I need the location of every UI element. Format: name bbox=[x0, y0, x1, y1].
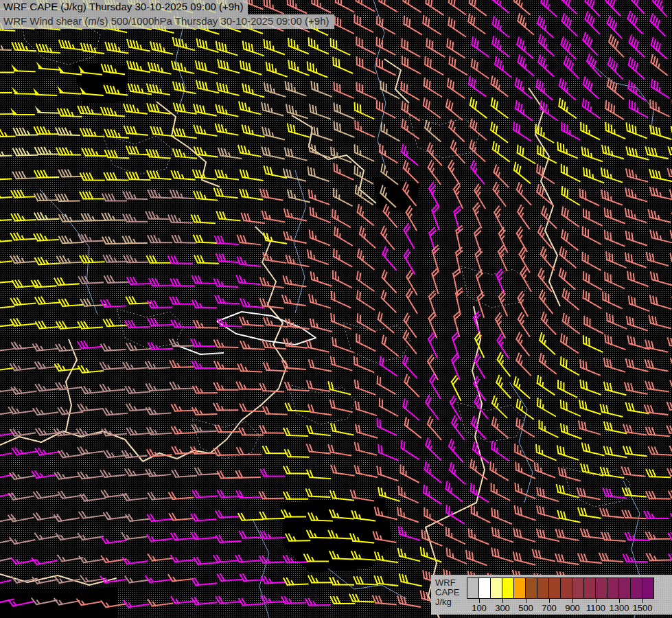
wind-barb bbox=[0, 256, 12, 263]
wind-barb bbox=[238, 514, 262, 520]
wind-barb bbox=[288, 0, 307, 13]
wind-barb bbox=[424, 508, 443, 525]
wind-barb bbox=[262, 128, 284, 140]
wind-barb bbox=[262, 147, 284, 159]
wind-barb bbox=[357, 272, 374, 291]
wind-barb bbox=[582, 147, 603, 161]
wind-barb bbox=[579, 400, 600, 414]
wind-barb bbox=[456, 288, 463, 313]
wind-barb bbox=[332, 292, 351, 308]
wind-barb bbox=[491, 508, 511, 523]
wind-barb bbox=[357, 57, 376, 73]
wind-barb bbox=[35, 148, 59, 154]
wind-barb bbox=[492, 0, 509, 12]
wind-barb bbox=[122, 533, 147, 539]
wind-barb bbox=[214, 189, 237, 198]
wind-barb bbox=[127, 277, 151, 284]
wind-barb bbox=[491, 98, 508, 118]
wind-barb bbox=[605, 0, 620, 16]
wind-barb bbox=[35, 297, 60, 304]
wind-barb bbox=[601, 533, 625, 541]
wind-barb bbox=[261, 531, 285, 538]
cape-color-scale bbox=[467, 577, 669, 599]
wind-barb bbox=[447, 548, 467, 563]
cape-legend: WRF CAPE J/kg 10030050070090011001300150… bbox=[431, 575, 672, 615]
wind-barb bbox=[561, 424, 581, 438]
wind-barb bbox=[126, 321, 150, 328]
wind-barb bbox=[127, 61, 150, 72]
wind-barb bbox=[625, 382, 647, 393]
wind-barb bbox=[100, 363, 125, 369]
wind-barb bbox=[334, 189, 352, 206]
wind-barb bbox=[473, 442, 489, 463]
wind-barb bbox=[429, 291, 436, 316]
wind-barb bbox=[56, 534, 81, 540]
wind-barb bbox=[561, 165, 580, 181]
wind-barb bbox=[402, 39, 419, 57]
wind-barb bbox=[308, 576, 332, 583]
wind-barb bbox=[79, 512, 104, 518]
wind-barb bbox=[537, 376, 555, 395]
wind-barb bbox=[518, 292, 527, 316]
wind-barb bbox=[147, 171, 170, 179]
wind-barb bbox=[170, 339, 194, 346]
wind-barb bbox=[264, 0, 283, 14]
wind-barb bbox=[38, 113, 58, 113]
wind-barb bbox=[358, 205, 373, 225]
wind-barb bbox=[54, 515, 79, 522]
wind-barb bbox=[533, 549, 555, 561]
wind-barb-map-canvas bbox=[0, 0, 672, 618]
wind-barb bbox=[215, 236, 238, 244]
wind-barb bbox=[11, 190, 35, 197]
wind-barb bbox=[170, 514, 194, 520]
wind-barb bbox=[58, 170, 82, 177]
wind-barb bbox=[173, 128, 196, 138]
wind-barb bbox=[147, 256, 171, 263]
wind-barb bbox=[286, 104, 308, 118]
wind-barb bbox=[13, 172, 37, 179]
wind-barb bbox=[214, 383, 238, 390]
wind-barb bbox=[606, 252, 625, 268]
wind-barb bbox=[476, 271, 483, 295]
wind-barb bbox=[537, 16, 553, 38]
wind-barb bbox=[470, 140, 485, 161]
wind-barb bbox=[174, 103, 196, 113]
wind-barb bbox=[649, 447, 672, 455]
wind-barb bbox=[668, 469, 672, 476]
wind-barb bbox=[259, 426, 283, 433]
wind-barb bbox=[515, 101, 533, 120]
wind-barb bbox=[518, 205, 529, 229]
wind-barb bbox=[562, 14, 577, 35]
wind-barb bbox=[192, 425, 216, 432]
wind-barb bbox=[355, 15, 373, 32]
wind-barb-pennant bbox=[57, 86, 64, 93]
wind-barb bbox=[623, 446, 647, 456]
wind-barb bbox=[331, 148, 351, 163]
wind-barb bbox=[194, 321, 218, 328]
wind-barb bbox=[426, 0, 443, 14]
wind-barb bbox=[173, 38, 194, 50]
wind-barb bbox=[380, 398, 397, 415]
wind-barb bbox=[334, 103, 354, 118]
wind-barb bbox=[426, 438, 441, 459]
wind-barb bbox=[492, 36, 509, 56]
wind-barb bbox=[194, 255, 218, 263]
wind-barb bbox=[308, 250, 328, 264]
wind-barb bbox=[124, 192, 148, 199]
wind-barb bbox=[560, 247, 576, 268]
wind-barb bbox=[263, 446, 287, 453]
wind-barb bbox=[335, 16, 354, 33]
country-border bbox=[66, 339, 77, 431]
wind-barb bbox=[0, 149, 12, 156]
wind-barb bbox=[106, 43, 128, 54]
wind-barb bbox=[78, 341, 103, 348]
wind-barb bbox=[403, 399, 419, 420]
admin-border bbox=[192, 419, 259, 459]
wind-barb bbox=[218, 574, 242, 581]
wind-barb bbox=[605, 101, 623, 119]
wind-barb bbox=[580, 190, 599, 206]
wind-barb bbox=[623, 425, 646, 435]
river bbox=[40, 190, 97, 314]
wind-barb bbox=[496, 313, 505, 338]
wind-barb bbox=[645, 512, 669, 518]
